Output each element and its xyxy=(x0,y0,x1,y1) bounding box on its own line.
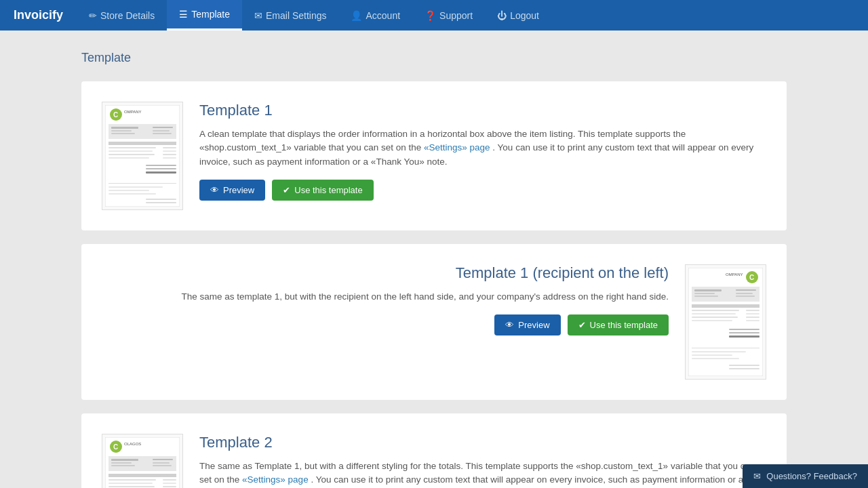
svg-rect-26 xyxy=(108,193,156,195)
page-heading-area: Template xyxy=(81,44,787,81)
svg-rect-8 xyxy=(153,127,173,128)
svg-rect-50 xyxy=(729,332,760,333)
nav-support-label: Support xyxy=(439,10,473,21)
nav-support[interactable]: ❓ Support xyxy=(412,0,485,30)
template1-left-actions: 👁 Preview ✔ Use this template xyxy=(102,314,669,336)
svg-rect-7 xyxy=(111,133,135,134)
svg-rect-75 xyxy=(163,486,176,487)
template1-thumbnail: C OMPANY xyxy=(102,102,183,210)
svg-rect-44 xyxy=(746,313,760,314)
template1-left-description: The same as template 1, but with the rec… xyxy=(102,290,669,304)
svg-rect-13 xyxy=(163,147,176,148)
svg-rect-70 xyxy=(108,479,156,481)
template1-preview-button[interactable]: 👁 Preview xyxy=(199,180,265,201)
template2-description: The same as Template 1, but with a diffe… xyxy=(199,460,766,488)
support-icon: ❓ xyxy=(425,10,436,21)
svg-rect-12 xyxy=(108,147,156,148)
svg-rect-65 xyxy=(111,465,135,466)
svg-rect-45 xyxy=(692,317,738,318)
svg-rect-25 xyxy=(108,190,149,191)
svg-rect-43 xyxy=(692,313,736,314)
nav-account[interactable]: 👤 Account xyxy=(338,0,412,30)
svg-rect-23 xyxy=(108,183,176,184)
template1-left-inner: Template 1 (recipient on the left) The s… xyxy=(102,264,766,380)
svg-text:C: C xyxy=(749,274,754,281)
svg-rect-72 xyxy=(108,483,153,484)
svg-text:C: C xyxy=(113,443,118,451)
nav-email-settings-label: Email Settings xyxy=(266,10,326,21)
nav-email-settings[interactable]: ✉ Email Settings xyxy=(242,0,338,30)
nav-template[interactable]: ☰ Template xyxy=(167,0,242,30)
nav-logout[interactable]: ⏻ Logout xyxy=(485,0,551,30)
svg-rect-52 xyxy=(692,348,760,348)
svg-rect-42 xyxy=(746,310,760,311)
svg-rect-35 xyxy=(694,293,715,294)
template2-settings-link[interactable]: «Settings» page xyxy=(242,474,309,485)
template1-use-button[interactable]: ✔ Use this template xyxy=(272,180,373,201)
template1-title: Template 1 xyxy=(199,102,766,119)
top-navigation: Invoicify ✏ Store Details ☰ Template ✉ E… xyxy=(0,0,868,30)
checkmark-icon2: ✔ xyxy=(578,320,586,330)
template1-left-use-button[interactable]: ✔ Use this template xyxy=(568,314,669,336)
nav-template-label: Template xyxy=(191,9,230,20)
svg-rect-9 xyxy=(153,130,170,131)
svg-rect-27 xyxy=(146,199,176,200)
nav-logout-label: Logout xyxy=(510,10,539,21)
template2-title: Template 2 xyxy=(199,434,766,451)
svg-rect-15 xyxy=(163,150,176,152)
svg-rect-36 xyxy=(694,296,718,297)
checkmark-icon: ✔ xyxy=(283,185,290,195)
svg-text:OLAGOS: OLAGOS xyxy=(124,442,141,446)
svg-rect-39 xyxy=(736,296,755,297)
svg-rect-73 xyxy=(163,483,176,484)
svg-rect-18 xyxy=(108,157,149,159)
svg-rect-47 xyxy=(692,320,732,321)
feedback-button[interactable]: ✉ Questions? Feedback? xyxy=(743,464,868,488)
svg-rect-54 xyxy=(692,354,732,356)
svg-rect-56 xyxy=(729,365,760,366)
svg-rect-74 xyxy=(108,486,155,487)
template1-card: C OMPANY xyxy=(81,81,787,230)
nav-brand[interactable]: Invoicify xyxy=(0,0,77,30)
template1-description: A clean template that displays the order… xyxy=(199,127,766,169)
svg-rect-57 xyxy=(729,368,760,369)
svg-rect-40 xyxy=(692,304,760,308)
template-icon: ☰ xyxy=(179,9,188,20)
svg-rect-46 xyxy=(746,317,760,318)
svg-rect-66 xyxy=(153,459,173,460)
nav-account-label: Account xyxy=(366,10,400,21)
svg-rect-63 xyxy=(111,459,138,461)
template1-left-title: Template 1 (recipient on the left) xyxy=(102,264,669,282)
svg-rect-69 xyxy=(108,474,176,477)
svg-rect-55 xyxy=(692,358,739,359)
svg-rect-41 xyxy=(692,310,739,311)
template1-actions: 👁 Preview ✔ Use this template xyxy=(199,180,766,201)
svg-rect-64 xyxy=(111,462,132,464)
svg-rect-5 xyxy=(111,127,138,129)
user-icon: 👤 xyxy=(351,10,362,21)
svg-rect-51 xyxy=(729,336,760,338)
svg-rect-71 xyxy=(163,479,176,481)
feedback-label: Questions? Feedback? xyxy=(766,471,857,481)
svg-text:OMPANY: OMPANY xyxy=(726,272,743,277)
svg-rect-14 xyxy=(108,150,153,152)
svg-text:OMPANY: OMPANY xyxy=(124,110,142,114)
page-title: Template xyxy=(81,51,787,65)
svg-rect-34 xyxy=(694,289,722,291)
svg-rect-29 xyxy=(688,268,763,376)
nav-store-details[interactable]: ✏ Store Details xyxy=(77,0,167,30)
template2-thumbnail: C OLAGOS xyxy=(102,434,183,488)
svg-rect-20 xyxy=(146,165,176,166)
svg-rect-38 xyxy=(736,293,753,294)
svg-rect-22 xyxy=(146,171,176,174)
template1-left-preview-button[interactable]: 👁 Preview xyxy=(494,314,560,336)
template1-settings-link[interactable]: «Settings» page xyxy=(424,142,490,152)
svg-rect-37 xyxy=(736,289,756,291)
svg-rect-21 xyxy=(146,168,176,169)
svg-rect-11 xyxy=(108,142,176,145)
svg-rect-6 xyxy=(111,130,132,131)
logout-icon: ⏻ xyxy=(497,10,507,21)
preview-eye-icon2: 👁 xyxy=(505,320,514,330)
svg-rect-68 xyxy=(153,465,172,466)
template1-left-thumbnail: C OMPANY xyxy=(685,264,766,380)
